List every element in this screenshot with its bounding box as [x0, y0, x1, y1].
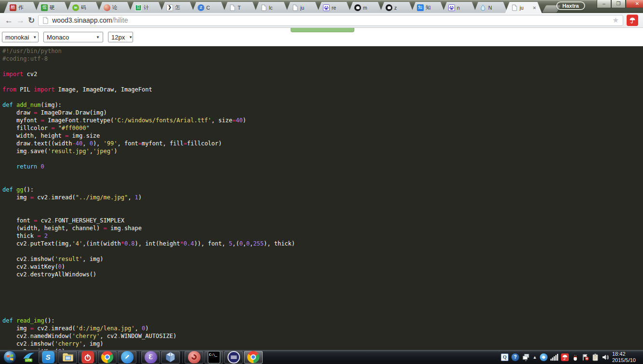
browser-tab-3[interactable]: in码	[67, 2, 100, 13]
back-button[interactable]: ←	[5, 16, 13, 25]
kuan-badge-icon: 酷	[10, 4, 16, 11]
taskbar-button-emacs[interactable]: Ɛ	[141, 351, 160, 364]
network-signal-icon[interactable]	[550, 354, 558, 361]
browser-tab-16[interactable]: N	[474, 2, 508, 13]
chevron-down-icon: ▼	[96, 35, 100, 39]
browser-tab-11[interactable]: re	[317, 2, 351, 13]
chevron-down-icon: ▼	[33, 35, 37, 39]
browser-tab-9[interactable]: lc	[255, 2, 288, 13]
code-line: return 0	[2, 163, 643, 170]
tab-title: 怎	[175, 4, 188, 11]
start-button[interactable]	[1, 350, 18, 364]
blue-drop-icon[interactable]	[540, 353, 548, 361]
in-icon: in	[72, 4, 79, 11]
maximize-button[interactable]: ❐	[611, 0, 626, 8]
taskbar-button-eclipse[interactable]	[224, 351, 243, 364]
taskbar-button-cmd[interactable]: C:\_	[204, 351, 223, 364]
size-select[interactable]: 12px ▼	[108, 32, 133, 42]
volume-icon[interactable]	[602, 353, 609, 361]
thunder-lite-icon: LITE	[22, 351, 35, 364]
address-bar[interactable]: wood3.sinaapp.com/hilite ★	[38, 15, 623, 26]
browser-tab-2[interactable]: 馆硬	[35, 2, 69, 13]
tab-list: 酷作馆硬in码论豆计❯怎ZCTlcjuremz知知nNju×	[0, 0, 643, 13]
window-controls: – ❐ ✕	[597, 0, 643, 8]
clipboard-icon[interactable]	[592, 353, 599, 361]
doc-icon	[260, 4, 267, 11]
taskbar-button-note-pencil[interactable]	[118, 351, 136, 364]
virtualbox-icon	[164, 351, 176, 363]
font-select[interactable]: Monaco ▼	[43, 32, 103, 42]
browser-tab-4[interactable]: 论	[98, 2, 132, 13]
browser-tab-15[interactable]: n	[442, 2, 476, 13]
taskbar-button-virtualbox[interactable]	[161, 351, 180, 364]
action-flag-icon[interactable]	[582, 353, 589, 361]
haxtra-button[interactable]: Haxtra	[556, 1, 585, 10]
theme-select-value: monokai	[5, 34, 29, 41]
code-line: #!/usr/bin/python	[2, 47, 643, 55]
taskbar-button-chrome[interactable]	[98, 351, 117, 364]
docq-icon[interactable]: Q	[501, 353, 509, 361]
browser-tab-14[interactable]: 知知	[411, 2, 445, 13]
forward-button[interactable]: →	[16, 16, 25, 25]
taskbar-button-explorer[interactable]	[58, 351, 77, 364]
minimize-button[interactable]: –	[597, 0, 611, 8]
windows-orb-icon	[3, 350, 17, 364]
code-line: def read_img():	[2, 317, 643, 325]
close-button[interactable]: ✕	[626, 0, 643, 8]
highlighted-code: #!/usr/bin/python#coding:utf-8 import cv…	[0, 46, 643, 364]
arrow-badge-icon: ❯	[166, 4, 173, 11]
browser-tab-5[interactable]: 豆计	[129, 2, 163, 13]
code-line: img.save('result.jpg','jpeg')	[2, 147, 643, 155]
taskbar-clock[interactable]: 18:42 2015/5/10	[612, 351, 639, 364]
taskbar-button-shell[interactable]	[185, 351, 203, 364]
tab-title: z	[394, 5, 408, 11]
reload-button[interactable]: ↻	[28, 16, 35, 25]
emacs-icon: Ɛ	[145, 351, 157, 364]
code-line: thick = 2	[2, 232, 643, 240]
highlight-submit-button[interactable]	[291, 28, 354, 32]
taskbar-button-thunder-lite[interactable]: LITE	[19, 351, 38, 364]
taskbar-button-blue-app[interactable]: S	[39, 351, 57, 364]
code-line: cv2.imshow('result', img)	[2, 255, 643, 263]
tab-title: 知	[426, 4, 439, 11]
clock-date: 2015/5/10	[612, 357, 636, 363]
browser-tab-7[interactable]: ZC	[192, 2, 226, 13]
tab-close-icon[interactable]: ×	[533, 5, 536, 11]
tray-up-arrow-icon[interactable]: ▲	[533, 355, 537, 360]
browser-tab-17-active[interactable]: ju×	[505, 2, 542, 13]
windows-stack-icon[interactable]	[522, 353, 530, 361]
avira-icon[interactable]	[561, 353, 569, 361]
code-line: img = cv2.imread("../img/me.jpg", 1)	[2, 194, 643, 201]
theme-select[interactable]: monokai ▼	[2, 32, 39, 42]
tab-title: re	[332, 5, 345, 11]
svg-text:LITE: LITE	[26, 359, 32, 362]
browser-tab-13[interactable]: z	[380, 2, 414, 13]
bookmark-star-icon[interactable]: ★	[613, 16, 619, 25]
code-line: width, height = img.size	[2, 132, 643, 140]
browser-tab-10[interactable]: ju	[286, 2, 320, 13]
sphere-icon	[104, 4, 110, 11]
help-icon[interactable]: ?	[511, 353, 519, 361]
browser-tab-1[interactable]: 酷作	[4, 2, 38, 13]
taskbar-button-netease-music[interactable]	[78, 351, 97, 364]
code-line: myfont = ImageFont.truetype('C:/windows/…	[2, 117, 643, 124]
blue-swirl-icon: Z	[198, 4, 204, 11]
browser-tab-8[interactable]: T	[223, 2, 257, 13]
github-icon	[354, 4, 361, 11]
chevron-down-icon: ▼	[129, 35, 133, 39]
browser-tab-12[interactable]: m	[348, 2, 382, 13]
code-line: img = cv2.imread('d:/img/lena.jpg', 0)	[2, 325, 643, 332]
explorer-icon	[62, 351, 74, 364]
taskbar-button-chrome[interactable]	[244, 351, 263, 364]
github-icon	[386, 4, 392, 11]
url-path: /hilite	[112, 16, 128, 24]
code-line	[2, 309, 643, 317]
qq-icon[interactable]	[572, 353, 579, 361]
code-line: cv2.putText(img,'4',(int(width*0.8), int…	[2, 240, 643, 247]
doc-icon	[292, 4, 298, 11]
tab-title: N	[488, 5, 502, 11]
browser-tab-6[interactable]: ❯怎	[161, 2, 194, 13]
tab-title: 计	[144, 4, 157, 11]
avira-extension-icon[interactable]	[627, 14, 638, 26]
code-line: cv2.namedWindow('cherry', cv2.WINDOW_AUT…	[2, 332, 643, 340]
